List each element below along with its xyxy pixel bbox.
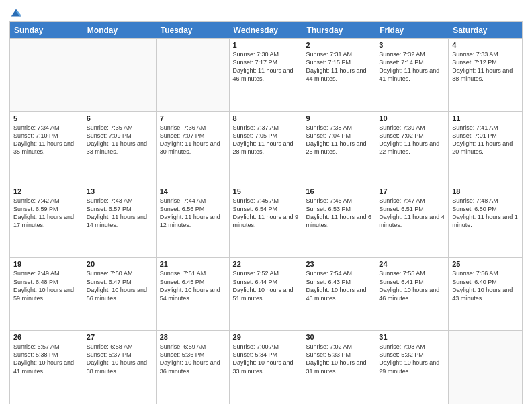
cell-info: Sunrise: 7:47 AMSunset: 6:51 PMDaylight:… [379,197,445,230]
day-number: 24 [379,260,445,268]
day-number: 26 [13,333,79,341]
cal-cell [157,39,230,111]
cell-info: Sunrise: 6:58 AMSunset: 5:37 PMDaylight:… [87,342,152,375]
cal-cell: 15Sunrise: 7:45 AMSunset: 6:54 PMDayligh… [230,185,303,258]
day-number: 20 [87,260,152,268]
cell-info: Sunrise: 7:31 AMSunset: 7:15 PMDaylight:… [306,50,371,83]
cal-cell [449,331,522,404]
day-number: 15 [233,187,299,195]
cell-info: Sunrise: 6:57 AMSunset: 5:38 PMDaylight:… [13,342,79,375]
day-number: 22 [233,260,299,268]
day-number: 23 [306,260,371,268]
day-number: 16 [306,187,371,195]
header [9,7,523,16]
logo [9,7,22,16]
cal-cell: 31Sunrise: 7:03 AMSunset: 5:32 PMDayligh… [375,331,449,404]
cell-info: Sunrise: 7:02 AMSunset: 5:33 PMDaylight:… [306,342,371,375]
cal-cell: 17Sunrise: 7:47 AMSunset: 6:51 PMDayligh… [375,185,449,258]
cal-cell: 22Sunrise: 7:52 AMSunset: 6:44 PMDayligh… [230,258,303,330]
cal-header-thursday: Thursday [302,22,375,38]
cell-info: Sunrise: 7:30 AMSunset: 7:17 PMDaylight:… [233,50,299,83]
calendar-body: 1Sunrise: 7:30 AMSunset: 7:17 PMDaylight… [10,38,522,404]
logo-icon [10,7,22,19]
cell-info: Sunrise: 7:39 AMSunset: 7:02 PMDaylight:… [379,124,445,156]
day-number: 27 [87,333,152,341]
day-number: 25 [452,260,519,268]
cell-info: Sunrise: 7:48 AMSunset: 6:50 PMDaylight:… [452,197,519,230]
cal-cell: 9Sunrise: 7:38 AMSunset: 7:04 PMDaylight… [302,112,375,185]
cal-cell: 6Sunrise: 7:35 AMSunset: 7:09 PMDaylight… [83,112,157,185]
day-number: 14 [160,187,226,195]
cal-cell: 19Sunrise: 7:49 AMSunset: 6:48 PMDayligh… [10,258,83,330]
cal-row-4: 19Sunrise: 7:49 AMSunset: 6:48 PMDayligh… [10,257,522,330]
cell-info: Sunrise: 7:36 AMSunset: 7:07 PMDaylight:… [160,124,226,156]
cal-cell [83,39,157,111]
cal-cell: 3Sunrise: 7:32 AMSunset: 7:14 PMDaylight… [375,39,449,111]
cal-row-3: 12Sunrise: 7:42 AMSunset: 6:59 PMDayligh… [10,185,522,258]
day-number: 1 [233,41,299,49]
page-container: SundayMondayTuesdayWednesdayThursdayFrid… [0,0,532,411]
cell-info: Sunrise: 7:45 AMSunset: 6:54 PMDaylight:… [233,197,299,230]
cal-cell: 2Sunrise: 7:31 AMSunset: 7:15 PMDaylight… [302,39,375,111]
cal-header-saturday: Saturday [449,22,522,38]
cal-cell: 18Sunrise: 7:48 AMSunset: 6:50 PMDayligh… [449,185,522,258]
cell-info: Sunrise: 7:44 AMSunset: 6:56 PMDaylight:… [160,197,226,230]
cal-cell: 7Sunrise: 7:36 AMSunset: 7:07 PMDaylight… [157,112,230,185]
cal-cell: 21Sunrise: 7:51 AMSunset: 6:45 PMDayligh… [157,258,230,330]
cal-header-friday: Friday [375,22,449,38]
day-number: 7 [160,114,226,122]
cell-info: Sunrise: 7:34 AMSunset: 7:10 PMDaylight:… [13,124,79,156]
cal-cell: 23Sunrise: 7:54 AMSunset: 6:43 PMDayligh… [302,258,375,330]
cal-cell: 28Sunrise: 6:59 AMSunset: 5:36 PMDayligh… [157,331,230,404]
cell-info: Sunrise: 7:55 AMSunset: 6:41 PMDaylight:… [379,269,445,302]
cell-info: Sunrise: 7:42 AMSunset: 6:59 PMDaylight:… [13,197,79,230]
cal-row-1: 1Sunrise: 7:30 AMSunset: 7:17 PMDaylight… [10,38,522,111]
cal-cell: 20Sunrise: 7:50 AMSunset: 6:47 PMDayligh… [83,258,157,330]
cal-header-tuesday: Tuesday [157,22,230,38]
day-number: 4 [452,41,519,49]
cal-header-wednesday: Wednesday [230,22,303,38]
calendar: SundayMondayTuesdayWednesdayThursdayFrid… [9,21,523,404]
cell-info: Sunrise: 7:03 AMSunset: 5:32 PMDaylight:… [379,342,445,375]
cal-cell: 29Sunrise: 7:00 AMSunset: 5:34 PMDayligh… [230,331,303,404]
day-number: 18 [452,187,519,195]
day-number: 3 [379,41,445,49]
cal-cell: 16Sunrise: 7:46 AMSunset: 6:53 PMDayligh… [302,185,375,258]
cell-info: Sunrise: 7:43 AMSunset: 6:57 PMDaylight:… [87,197,152,230]
cell-info: Sunrise: 7:56 AMSunset: 6:40 PMDaylight:… [452,269,519,302]
cell-info: Sunrise: 7:46 AMSunset: 6:53 PMDaylight:… [306,197,371,230]
cal-cell: 30Sunrise: 7:02 AMSunset: 5:33 PMDayligh… [302,331,375,404]
day-number: 13 [87,187,152,195]
cell-info: Sunrise: 7:50 AMSunset: 6:47 PMDaylight:… [87,269,152,302]
cal-cell: 11Sunrise: 7:41 AMSunset: 7:01 PMDayligh… [449,112,522,185]
cell-info: Sunrise: 7:54 AMSunset: 6:43 PMDaylight:… [306,269,371,302]
day-number: 17 [379,187,445,195]
day-number: 5 [13,114,79,122]
day-number: 8 [233,114,299,122]
cal-cell: 26Sunrise: 6:57 AMSunset: 5:38 PMDayligh… [10,331,83,404]
cell-info: Sunrise: 7:52 AMSunset: 6:44 PMDaylight:… [233,269,299,302]
cal-cell [10,39,83,111]
cal-cell: 4Sunrise: 7:33 AMSunset: 7:12 PMDaylight… [449,39,522,111]
day-number: 31 [379,333,445,341]
cell-info: Sunrise: 7:49 AMSunset: 6:48 PMDaylight:… [13,269,79,302]
cal-cell: 14Sunrise: 7:44 AMSunset: 6:56 PMDayligh… [157,185,230,258]
cell-info: Sunrise: 7:35 AMSunset: 7:09 PMDaylight:… [87,124,152,156]
day-number: 21 [160,260,226,268]
cell-info: Sunrise: 6:59 AMSunset: 5:36 PMDaylight:… [160,342,226,375]
cal-cell: 25Sunrise: 7:56 AMSunset: 6:40 PMDayligh… [449,258,522,330]
cal-row-2: 5Sunrise: 7:34 AMSunset: 7:10 PMDaylight… [10,111,522,185]
cal-header-monday: Monday [83,22,157,38]
day-number: 6 [87,114,152,122]
day-number: 29 [233,333,299,341]
cell-info: Sunrise: 7:00 AMSunset: 5:34 PMDaylight:… [233,342,299,375]
cal-cell: 8Sunrise: 7:37 AMSunset: 7:05 PMDaylight… [230,112,303,185]
cal-cell: 5Sunrise: 7:34 AMSunset: 7:10 PMDaylight… [10,112,83,185]
cal-cell: 24Sunrise: 7:55 AMSunset: 6:41 PMDayligh… [375,258,449,330]
cell-info: Sunrise: 7:38 AMSunset: 7:04 PMDaylight:… [306,124,371,156]
cal-cell: 10Sunrise: 7:39 AMSunset: 7:02 PMDayligh… [375,112,449,185]
cell-info: Sunrise: 7:51 AMSunset: 6:45 PMDaylight:… [160,269,226,302]
cell-info: Sunrise: 7:37 AMSunset: 7:05 PMDaylight:… [233,124,299,156]
cell-info: Sunrise: 7:33 AMSunset: 7:12 PMDaylight:… [452,50,519,83]
cal-cell: 1Sunrise: 7:30 AMSunset: 7:17 PMDaylight… [230,39,303,111]
